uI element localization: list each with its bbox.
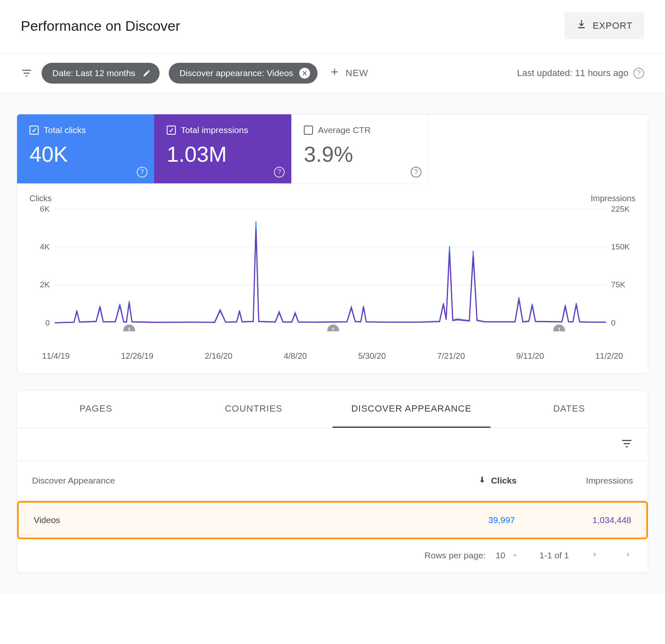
help-icon[interactable]: ?	[274, 167, 285, 178]
last-updated-text: Last updated: 11 hours ago	[517, 68, 628, 79]
rows-per-page-label: Rows per page:	[424, 550, 485, 560]
help-icon[interactable]: ?	[633, 68, 644, 79]
svg-text:150K: 150K	[611, 242, 630, 251]
x-tick: 9/11/20	[516, 351, 544, 361]
tile-value: 1.03M	[167, 142, 279, 167]
dropdown-icon	[511, 552, 519, 559]
tile-label: Average CTR	[318, 125, 371, 135]
y-axis-left-label: Clicks	[30, 194, 52, 203]
checkbox-icon	[304, 126, 313, 135]
export-label: EXPORT	[593, 20, 633, 31]
svg-text:1: 1	[557, 326, 561, 331]
tile-value: 3.9%	[304, 142, 416, 167]
rows-per-page-select[interactable]: 10	[495, 550, 518, 560]
line-chart: 6K225K4K150K2K75K00111	[30, 205, 635, 331]
checkbox-icon	[30, 126, 39, 135]
column-header-impressions[interactable]: Impressions	[517, 476, 633, 486]
new-filter-label: NEW	[346, 68, 368, 79]
tile-total-impressions[interactable]: Total impressions 1.03M ?	[154, 114, 291, 184]
data-table: Discover Appearance Clicks Impressions V…	[17, 461, 648, 539]
x-tick: 11/4/19	[42, 351, 70, 361]
header: Performance on Discover EXPORT	[0, 0, 665, 54]
help-icon[interactable]: ?	[411, 167, 421, 178]
detail-tabs: PAGESCOUNTRIESDISCOVER APPEARANCEDATES	[17, 391, 648, 428]
svg-text:0: 0	[611, 318, 616, 327]
tab-countries[interactable]: COUNTRIES	[175, 391, 333, 428]
sort-desc-icon	[478, 475, 487, 486]
checkbox-icon	[167, 126, 176, 135]
tile-label: Total clicks	[44, 125, 86, 135]
x-axis-ticks: 11/4/1912/26/192/16/204/8/205/30/207/21/…	[30, 351, 635, 361]
svg-text:4K: 4K	[40, 242, 50, 251]
table-pager: Rows per page: 10 1-1 of 1	[17, 539, 648, 572]
filter-chip-label: Date: Last 12 months	[52, 68, 135, 78]
tile-value: 40K	[30, 142, 142, 167]
svg-text:75K: 75K	[611, 280, 625, 289]
x-tick: 11/2/20	[595, 351, 623, 361]
table-card: PAGESCOUNTRIESDISCOVER APPEARANCEDATES D…	[17, 390, 648, 572]
filter-chip-appearance[interactable]: Discover appearance: Videos	[169, 63, 318, 84]
filter-chip-date[interactable]: Date: Last 12 months	[42, 63, 160, 84]
x-tick: 7/21/20	[437, 351, 465, 361]
tab-pages[interactable]: PAGES	[17, 391, 175, 428]
svg-text:1: 1	[331, 326, 335, 331]
filter-bar: Date: Last 12 months Discover appearance…	[0, 54, 665, 93]
rows-per-page-value: 10	[495, 550, 505, 560]
tile-average-ctr[interactable]: Average CTR 3.9% ?	[291, 114, 429, 184]
plus-icon	[329, 67, 340, 80]
x-tick: 12/26/19	[121, 351, 153, 361]
cell-name: Videos	[34, 515, 407, 525]
table-row[interactable]: Videos 39,997 1,034,448	[17, 501, 648, 539]
page-title: Performance on Discover	[21, 18, 180, 34]
filter-icon[interactable]	[21, 67, 32, 79]
svg-text:225K: 225K	[611, 205, 630, 213]
cell-clicks: 39,997	[407, 515, 515, 525]
tab-dates[interactable]: DATES	[490, 391, 648, 428]
tile-label: Total impressions	[181, 125, 248, 135]
pager-range: 1-1 of 1	[539, 550, 569, 560]
svg-text:6K: 6K	[40, 205, 50, 213]
table-filter-row	[17, 428, 648, 461]
close-icon[interactable]	[299, 68, 310, 79]
table-header-row: Discover Appearance Clicks Impressions	[17, 461, 648, 501]
cell-impressions: 1,034,448	[515, 515, 631, 525]
help-icon[interactable]: ?	[137, 167, 148, 178]
stats-chart-card: Total clicks 40K ? Total impressions 1.0…	[17, 114, 648, 374]
last-updated: Last updated: 11 hours ago ?	[517, 68, 644, 79]
svg-text:2K: 2K	[40, 280, 50, 289]
column-header-clicks[interactable]: Clicks	[409, 475, 517, 486]
main-content: Total clicks 40K ? Total impressions 1.0…	[0, 93, 665, 593]
download-icon	[576, 19, 587, 32]
chart-area: Clicks Impressions 6K225K4K150K2K75K0011…	[17, 184, 648, 373]
new-filter-button[interactable]: NEW	[329, 67, 368, 80]
filter-icon[interactable]	[621, 437, 633, 452]
tab-discover-appearance[interactable]: DISCOVER APPEARANCE	[332, 391, 490, 428]
svg-text:1: 1	[127, 326, 131, 331]
x-tick: 5/30/20	[358, 351, 386, 361]
filter-chip-label: Discover appearance: Videos	[180, 68, 293, 78]
column-header-name[interactable]: Discover Appearance	[32, 476, 409, 486]
tile-total-clicks[interactable]: Total clicks 40K ?	[17, 114, 154, 184]
pager-next-button[interactable]	[624, 550, 633, 561]
x-tick: 2/16/20	[204, 351, 232, 361]
column-header-clicks-label: Clicks	[491, 476, 517, 486]
pencil-icon[interactable]	[141, 68, 152, 79]
metric-tiles: Total clicks 40K ? Total impressions 1.0…	[17, 114, 648, 184]
pager-prev-button[interactable]	[590, 550, 599, 561]
x-tick: 4/8/20	[284, 351, 307, 361]
svg-text:0: 0	[45, 318, 50, 327]
export-button[interactable]: EXPORT	[564, 12, 644, 39]
y-axis-right-label: Impressions	[591, 194, 635, 203]
